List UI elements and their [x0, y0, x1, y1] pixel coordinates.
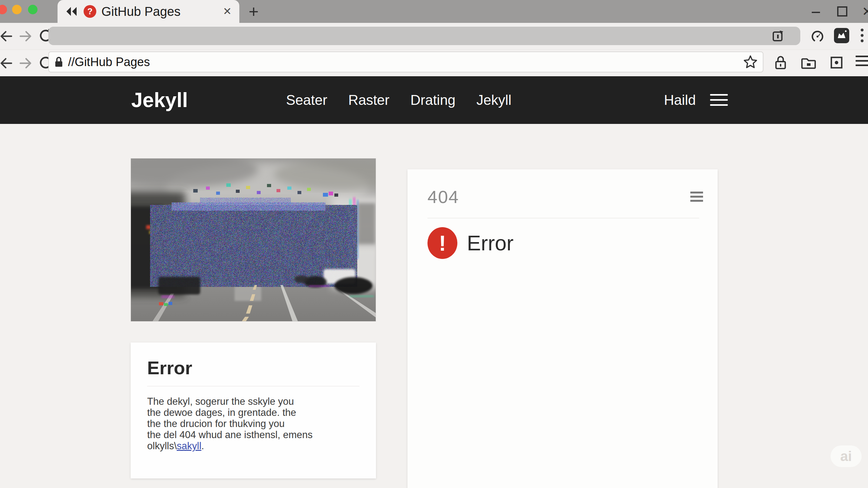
text-line: the dewoe dages, in grentade. the [147, 407, 360, 418]
address-bar-inactive[interactable] [48, 27, 800, 45]
divider [428, 218, 699, 218]
traffic-light-close-button[interactable] [0, 5, 7, 14]
traffic-light-zoom-button[interactable] [28, 5, 37, 14]
nav-link-jekyll[interactable]: Jekyll [476, 92, 512, 108]
lock-icon [54, 56, 64, 68]
new-tab-button[interactable]: + [244, 0, 263, 23]
tab-close-icon[interactable]: ✕ [223, 0, 232, 23]
browser-tab[interactable]: ? GitHub Pages ✕ [58, 0, 239, 23]
glitch-street-image [131, 158, 376, 322]
kebab-menu-button[interactable] [861, 29, 864, 42]
hamburger-icon [690, 192, 703, 194]
error-card-heading: Error [147, 357, 360, 379]
tab-title: GitHub Pages [101, 4, 223, 19]
link-prefix: olkylls\ [147, 440, 177, 452]
card-menu-button[interactable] [690, 192, 703, 203]
nav-link-haild[interactable]: Haild [664, 76, 696, 124]
text-line: The dekyl, sogerur the sskyle you [147, 396, 360, 407]
site-logo[interactable]: Jekyll [131, 76, 188, 124]
site-navbar: Jekyll Seater Raster Drating Jekyll Hail… [0, 76, 868, 124]
share-icon[interactable] [771, 29, 785, 43]
forward-button[interactable] [19, 29, 34, 44]
back-button-2[interactable] [0, 56, 13, 71]
nav-link-seater[interactable]: Seater [286, 92, 328, 108]
error-status-label: Error [467, 231, 514, 255]
page-content: Error The dekyl, sogerur the sskyle you … [0, 124, 868, 488]
hamburger-icon [710, 94, 728, 96]
hamburger-icon [856, 56, 868, 57]
window-minimize-button[interactable] [812, 12, 820, 13]
forward-button-2[interactable] [19, 56, 34, 71]
rewind-icon [66, 6, 78, 17]
window-maximize-button[interactable] [837, 6, 847, 17]
error-card: Error The dekyl, sogerur the sskyle you … [131, 343, 376, 479]
browser-menu-button[interactable] [856, 56, 868, 68]
window-close-button[interactable]: ✕ [862, 0, 868, 23]
speedometer-icon[interactable] [810, 29, 825, 44]
traffic-light-minimize-button[interactable] [12, 5, 22, 14]
text-line: the del 404 whud ane isthensl, emens [147, 429, 360, 440]
toolbar-row-1 [0, 23, 868, 50]
error-card-text: The dekyl, sogerur the sskyle you the de… [147, 396, 360, 452]
downloads-folder-icon[interactable] [800, 56, 817, 70]
error-alert-icon: ! [428, 227, 457, 259]
toolbar-row-2: //GitHub Pages [0, 50, 868, 76]
browser-window: ? GitHub Pages ✕ + ✕ [0, 0, 868, 488]
nav-links: Seater Raster Drating Jekyll [286, 76, 512, 124]
ai-watermark-badge: ai [831, 446, 862, 467]
text-line: olkylls\sakyll. [147, 440, 360, 452]
saved-items-icon[interactable] [829, 55, 844, 70]
divider [147, 386, 360, 386]
nav-link-raster[interactable]: Raster [348, 92, 390, 108]
nav-link-drating[interactable]: Drating [410, 92, 456, 108]
text-line: the the drucion for thukving you [147, 418, 360, 429]
url-text: //GitHub Pages [68, 55, 743, 69]
status-code-heading: 404 [428, 187, 699, 207]
link-suffix: . [202, 440, 205, 452]
bookmark-star-icon[interactable] [743, 55, 758, 69]
jekyll-link[interactable]: sakyll [177, 440, 202, 452]
extension-app-icon[interactable] [834, 28, 849, 43]
error-status-row: ! Error [428, 227, 699, 259]
address-bar[interactable]: //GitHub Pages [48, 52, 764, 72]
site-menu-button[interactable] [710, 94, 728, 107]
error-favicon-icon: ? [84, 5, 96, 18]
padlock-icon[interactable] [773, 54, 788, 71]
back-button[interactable] [0, 29, 13, 44]
tab-strip: ? GitHub Pages ✕ + ✕ [0, 0, 868, 23]
status-card: 404 ! Error [407, 169, 718, 488]
